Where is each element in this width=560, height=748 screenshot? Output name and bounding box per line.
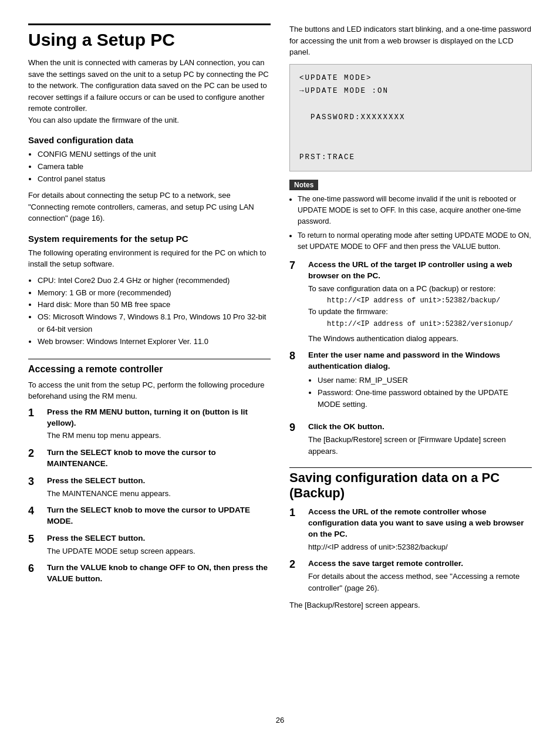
notes-label: Notes — [289, 180, 318, 190]
lcd-line-3 — [299, 98, 522, 112]
saving-step-2: 2 Access the save target remote controll… — [289, 558, 532, 594]
page-number: 26 — [28, 716, 532, 725]
list-item: User name: RM_IP_USER — [318, 375, 532, 387]
step-3: 3 Press the SELECT button. The MAINTENAN… — [28, 476, 271, 499]
page: Using a Setup PC When the unit is connec… — [0, 0, 560, 748]
saved-config-note: For details about connecting the setup P… — [28, 190, 271, 224]
step7-url2: http://<IP address of unit>:52382/versio… — [327, 320, 513, 328]
saving-final: The [Backup/Restore] screen appears. — [289, 599, 532, 611]
right-column: The buttons and LED indicators start bli… — [289, 23, 532, 702]
system-req-intro: The following operating environment is r… — [28, 247, 271, 270]
step-9: 9 Click the OK button. The [Backup/Resto… — [289, 422, 532, 457]
lcd-line-7: PRST:TRACE — [299, 151, 522, 164]
step-6: 6 Turn the VALUE knob to change OFF to O… — [28, 562, 271, 585]
lcd-line-2: →UPDATE MODE :ON — [299, 85, 522, 98]
list-item: CONFIG MENU settings of the unit — [38, 149, 271, 161]
left-column: Using a Setup PC When the unit is connec… — [28, 23, 271, 702]
notes-box: Notes The one-time password will become … — [289, 180, 532, 252]
lcd-line-5 — [299, 124, 522, 138]
system-req-list: CPU: Intel Core2 Duo 2.4 GHz or higher (… — [38, 275, 271, 348]
intro-text: When the unit is connected with cameras … — [28, 57, 271, 126]
step-8: 8 Enter the user name and password in th… — [289, 350, 532, 416]
step8-list: User name: RM_IP_USER Password: One-time… — [318, 375, 532, 411]
step7-url1: http://<IP address of unit>:52382/backup… — [327, 296, 500, 305]
blinking-note: The buttons and LED indicators start bli… — [289, 23, 532, 58]
list-item: Memory: 1 GB or more (recommended) — [38, 287, 271, 299]
list-item: To return to normal operating mode after… — [298, 230, 532, 252]
list-item: Web browser: Windows Internet Explorer V… — [38, 336, 271, 348]
list-item: OS: Microsoft Windows 7, Windows 8.1 Pro… — [38, 311, 271, 336]
main-title: Using a Setup PC — [28, 23, 271, 50]
list-item: Control panel status — [38, 173, 271, 186]
saving-title: Saving configuration data on a PC (Backu… — [289, 470, 532, 501]
step7-body: To save configuration data on a PC (back… — [308, 284, 495, 293]
step-2: 2 Turn the SELECT knob to move the curso… — [28, 447, 271, 470]
step-7: 7 Access the URL of the target IP contro… — [289, 260, 532, 344]
lcd-line-4: PASSWORD:XXXXXXXX — [299, 111, 522, 124]
saved-config-title: Saved configuration data — [28, 135, 271, 145]
notes-list: The one-time password will become invali… — [298, 194, 532, 252]
list-item: Camera table — [38, 161, 271, 173]
list-item: Password: One-time password obtained by … — [318, 387, 532, 412]
step7-body2: To update the firmware: — [308, 307, 388, 316]
section-divider — [28, 359, 271, 359]
lcd-line-6 — [299, 137, 522, 151]
step-5: 5 Press the SELECT button. The UPDATE MO… — [28, 533, 271, 557]
step-4: 4 Turn the SELECT knob to move the curso… — [28, 505, 271, 527]
lcd-line-1: <UPDATE MODE> — [299, 72, 522, 85]
saved-config-list: CONFIG MENU settings of the unit Camera … — [38, 149, 271, 185]
step-1: 1 Press the RM MENU button, turning it o… — [28, 407, 271, 442]
accessing-title: Accessing a remote controller — [28, 362, 271, 375]
saving-divider — [289, 467, 532, 468]
list-item: Hard disk: More than 50 MB free space — [38, 299, 271, 311]
accessing-intro: To access the unit from the setup PC, pe… — [28, 379, 271, 402]
list-item: CPU: Intel Core2 Duo 2.4 GHz or higher (… — [38, 275, 271, 287]
saving-step-1: 1 Access the URL of the remote controlle… — [289, 507, 532, 552]
system-req-title: System requirements for the setup PC — [28, 234, 271, 244]
lcd-display: <UPDATE MODE> →UPDATE MODE :ON PASSWORD:… — [289, 64, 532, 172]
list-item: The one-time password will become invali… — [298, 194, 532, 227]
step7-body3: The Windows authentication dialog appear… — [308, 333, 532, 345]
